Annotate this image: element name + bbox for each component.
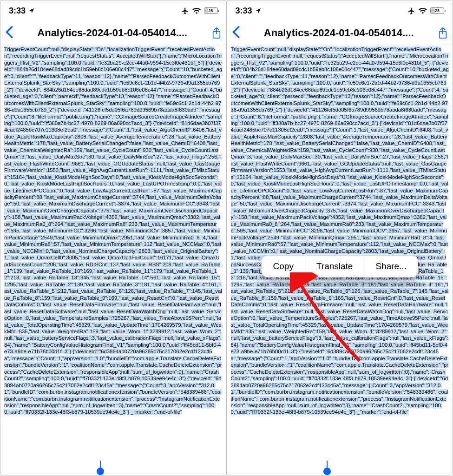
battery-indicator: 28 — [430, 7, 444, 14]
log-content[interactable]: TriggerEventCount":null,"displayState":"… — [0, 45, 226, 476]
selected-text[interactable]: TriggerEventCount":null,"displayState":"… — [4, 46, 222, 415]
battery-indicator: 28 — [204, 7, 218, 14]
menu-copy[interactable]: Copy — [262, 256, 305, 277]
navigation-bar: Analytics-2024-01-04-054014.... — [0, 21, 226, 45]
share-button[interactable] — [433, 26, 448, 40]
status-time: 3:33 — [9, 6, 26, 16]
selected-text[interactable]: TriggerEventCount":null,"displayState":"… — [231, 46, 449, 415]
navigation-bar: Analytics-2024-01-04-054014.... — [227, 21, 453, 45]
back-button[interactable] — [232, 26, 245, 40]
page-title: Analytics-2024-01-04-054014.... — [245, 27, 433, 39]
location-arrow-icon — [28, 7, 35, 14]
share-button[interactable] — [207, 26, 222, 40]
page-title: Analytics-2024-01-04-054014.... — [18, 27, 207, 39]
status-bar: 3:33 28 — [0, 0, 226, 21]
back-button[interactable] — [5, 26, 18, 40]
airplane-mode-icon — [407, 7, 415, 15]
wifi-icon — [419, 7, 427, 14]
status-bar: 3:33 28 — [227, 0, 453, 21]
airplane-mode-icon — [181, 7, 189, 15]
menu-share[interactable]: Share... — [364, 256, 418, 277]
location-arrow-icon — [255, 7, 262, 14]
selection-handle-stem — [327, 461, 328, 470]
text-selection-menu: Copy Translate Share... — [262, 255, 418, 278]
menu-translate[interactable]: Translate — [305, 256, 365, 277]
status-time: 3:33 — [236, 6, 252, 16]
wifi-icon — [192, 7, 201, 14]
screenshot-left: 3:33 28 Analytics-2024-01-04-054014.... — [0, 0, 227, 476]
selection-handle-stem — [100, 461, 101, 470]
screenshot-right: 3:33 28 Analytics-2024-01-04-054014.... — [227, 0, 453, 476]
